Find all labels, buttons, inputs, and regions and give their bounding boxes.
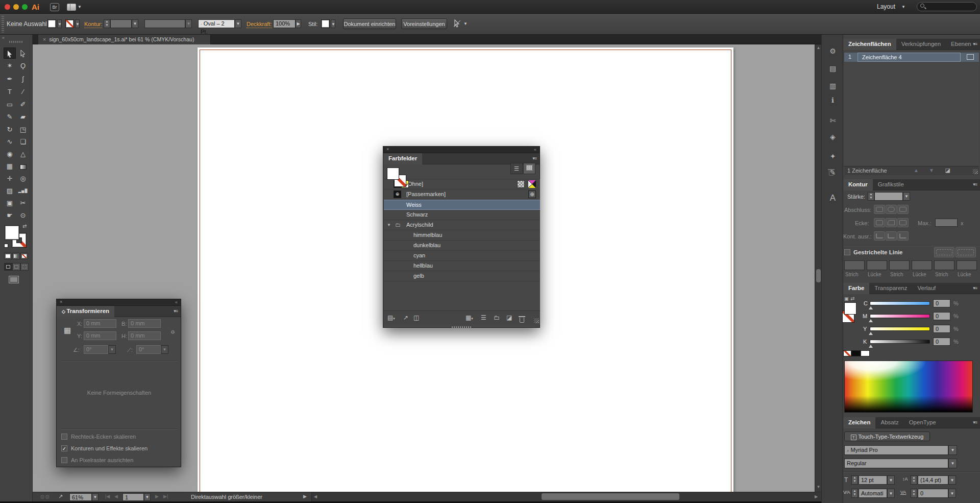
new-swatch-icon[interactable]: ◪: [506, 314, 512, 321]
tab-transparenz[interactable]: Transparenz: [869, 283, 912, 294]
none-mode-button[interactable]: [20, 253, 28, 259]
document-setup-button[interactable]: Dokument einrichten: [343, 18, 396, 29]
tab-farbe[interactable]: Farbe: [843, 283, 869, 294]
fill-color-swatch[interactable]: [47, 19, 56, 28]
stroke-weight-stepper[interactable]: ▲▼: [104, 19, 110, 28]
stroke-panel-menu-icon[interactable]: ▾≡: [973, 182, 977, 187]
new-color-group-icon[interactable]: 🗀: [494, 314, 500, 321]
transform-title-bar[interactable]: × «: [57, 299, 181, 306]
delete-artboard-icon[interactable]: [829, 171, 834, 176]
layout-caret-icon[interactable]: ▼: [901, 5, 905, 9]
grid-view-button[interactable]: [523, 163, 535, 174]
rotate-angle-caret-icon[interactable]: ▼: [108, 345, 116, 354]
stroke-color-caret-icon[interactable]: ▼: [75, 19, 80, 28]
swatch-libraries-icon[interactable]: ▤▾: [387, 314, 395, 321]
tab-farbfelder[interactable]: Farbfelder: [383, 153, 422, 164]
shear-angle-caret-icon[interactable]: ▼: [161, 345, 168, 354]
toolbar-drag-handle[interactable]: [9, 41, 23, 43]
gap-field-3[interactable]: [957, 260, 977, 270]
draw-behind-button[interactable]: [12, 263, 20, 271]
stroke-weight-caret-icon[interactable]: ▼: [132, 19, 138, 28]
swatches-resize-grip[interactable]: [534, 318, 539, 323]
group-expand-icon[interactable]: ▼: [387, 220, 391, 230]
swap-colors-mini-icon[interactable]: ⇄: [850, 296, 854, 301]
tab-verlauf[interactable]: Verlauf: [912, 283, 941, 294]
dash-field-3[interactable]: [934, 260, 954, 270]
join-miter-button[interactable]: [874, 218, 885, 227]
miter-field[interactable]: [935, 219, 958, 227]
dash-field-1[interactable]: [844, 260, 865, 270]
stroke-weight-field2[interactable]: [874, 192, 903, 201]
swatches-collapse-icon[interactable]: «: [534, 147, 536, 152]
font-style-caret-icon[interactable]: ▼: [948, 459, 957, 468]
y-field[interactable]: 0 mm: [84, 331, 116, 340]
rectangle-tool[interactable]: ▭: [4, 99, 16, 110]
line-tool[interactable]: ∕: [17, 86, 29, 98]
align-center-button[interactable]: [874, 231, 885, 241]
new-artboard-icon[interactable]: ◪: [945, 167, 950, 174]
artboard-tool[interactable]: ▣: [4, 198, 16, 209]
reference-point-icon[interactable]: ▦: [64, 326, 71, 335]
delete-swatch-icon[interactable]: [520, 318, 524, 323]
free-transform-tool[interactable]: ❏: [17, 136, 29, 148]
pixel-grid-checkbox[interactable]: [61, 457, 67, 463]
swatches-fill-proxy[interactable]: [387, 167, 399, 180]
dock-pathfinder-icon[interactable]: ▥: [822, 82, 844, 90]
leading-stepper[interactable]: ▲▼: [911, 475, 917, 485]
scale-tool[interactable]: ◳: [17, 124, 29, 135]
dash-align-button[interactable]: [955, 247, 976, 257]
tracking-stepper[interactable]: ▲▼: [911, 489, 917, 498]
magenta-slider[interactable]: [870, 314, 930, 318]
tab-zeichen[interactable]: Zeichen: [843, 417, 875, 428]
eraser-tool[interactable]: ▰: [17, 111, 29, 123]
font-size-stepper[interactable]: ▲▼: [851, 475, 858, 485]
scroll-left-icon[interactable]: ◀: [314, 494, 317, 499]
align-outside-button[interactable]: [897, 231, 909, 241]
swatches-close-icon[interactable]: ×: [386, 147, 389, 152]
tab-grafikstile[interactable]: Grafikstile: [873, 179, 909, 190]
scroll-right-icon[interactable]: ▶: [815, 494, 818, 499]
swatch-row-schwarz[interactable]: Schwarz: [384, 210, 540, 220]
swatch-kinds-menu-icon[interactable]: ▦▾: [465, 314, 473, 321]
swatches-drag-handle[interactable]: [452, 326, 472, 328]
color-spectrum[interactable]: [844, 361, 973, 413]
paintbrush-tool[interactable]: ✐: [17, 99, 29, 110]
font-style-field[interactable]: Regular: [844, 459, 948, 468]
style-caret-icon[interactable]: ▼: [331, 19, 335, 28]
width-profile-field[interactable]: [144, 19, 185, 28]
brush-definition-field[interactable]: · Oval – 2 Pt.: [198, 19, 235, 28]
tracking-caret-icon[interactable]: ▼: [948, 489, 956, 498]
zoom-tool[interactable]: ⊙: [17, 210, 29, 221]
swap-fill-stroke-icon[interactable]: ⇄: [22, 223, 27, 229]
collapse-toolbar-icon[interactable]: «: [2, 35, 5, 40]
none-quick-swatch[interactable]: [843, 350, 851, 356]
previous-artboard-icon[interactable]: ◀: [114, 494, 118, 499]
color-fill-proxy[interactable]: [844, 302, 856, 315]
black-value-field[interactable]: 0: [933, 338, 950, 346]
mesh-tool[interactable]: ▦: [4, 161, 16, 172]
swatch-row-himmelblau[interactable]: himmelblau: [384, 230, 540, 241]
cyan-slider[interactable]: [870, 301, 930, 305]
minimize-window-button[interactable]: [13, 4, 19, 10]
artboard-row[interactable]: 1 Zeichenfläche 4: [844, 53, 979, 62]
width-profile-caret-icon[interactable]: ▼: [185, 19, 192, 28]
selection-tool[interactable]: [4, 47, 16, 59]
rotate-angle-field[interactable]: 0°: [84, 345, 108, 354]
zoom-window-button[interactable]: [22, 4, 28, 10]
font-family-caret-icon[interactable]: ▼: [948, 445, 957, 455]
swatches-panel-menu-icon[interactable]: ▾≡: [532, 156, 536, 161]
swatch-row-cyan[interactable]: cyan: [384, 251, 540, 261]
horizontal-scrollbar-thumb[interactable]: [542, 493, 679, 500]
w-field[interactable]: 0 mm: [128, 319, 161, 328]
preferences-button[interactable]: Voreinstellungen: [401, 18, 447, 29]
color-mode-mini-icon[interactable]: ▣: [844, 296, 849, 301]
tab-absatz[interactable]: Absatz: [875, 417, 903, 428]
window-layout-caret-icon[interactable]: ▼: [78, 5, 82, 9]
kerning-caret-icon[interactable]: ▼: [887, 489, 895, 498]
fill-color-caret-icon[interactable]: ▼: [57, 19, 62, 28]
swatch-row-dunkelblau[interactable]: dunkelblau: [384, 241, 540, 251]
cap-projecting-button[interactable]: [897, 205, 909, 214]
column-graph-tool[interactable]: ▂▅█: [17, 185, 29, 197]
direct-selection-tool[interactable]: [17, 47, 29, 59]
type-tool[interactable]: T: [4, 86, 16, 98]
